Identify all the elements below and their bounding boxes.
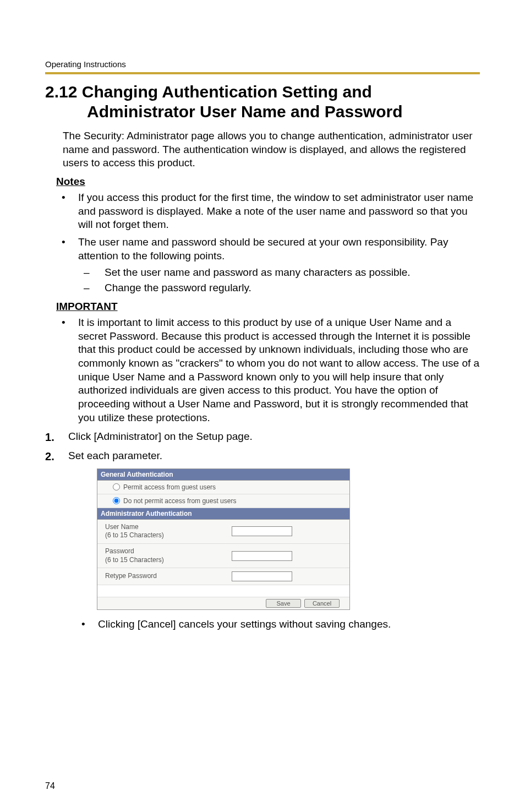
important-item: It is important to limit access to this … bbox=[56, 316, 480, 425]
password-label: Password (6 to 15 Characters) bbox=[105, 547, 232, 564]
note-item: The user name and password should be sec… bbox=[56, 236, 480, 295]
important-heading: IMPORTANT bbox=[56, 301, 480, 313]
steps-list: Click [Administrator] on the Setup page.… bbox=[45, 430, 480, 462]
username-input[interactable] bbox=[232, 526, 292, 536]
radio-deny-label: Do not permit access from guest users bbox=[123, 497, 236, 505]
important-list: It is important to limit access to this … bbox=[56, 316, 480, 425]
password-row: Password (6 to 15 Characters) bbox=[97, 544, 349, 568]
radio-permit-label: Permit access from guest users bbox=[123, 483, 216, 491]
retype-label: Retype Password bbox=[105, 572, 232, 581]
save-button[interactable]: Save bbox=[266, 599, 301, 608]
running-header: Operating Instructions bbox=[45, 59, 480, 69]
panel-gap bbox=[97, 585, 349, 597]
intro-paragraph: The Security: Administrator page allows … bbox=[63, 129, 480, 170]
retype-input[interactable] bbox=[232, 571, 292, 581]
cancel-note-item: Clicking [Cancel] cancels your settings … bbox=[76, 618, 480, 631]
radio-permit-guest[interactable]: Permit access from guest users bbox=[97, 481, 349, 494]
step-item: Click [Administrator] on the Setup page. bbox=[45, 430, 480, 444]
general-auth-header: General Authentication bbox=[97, 469, 349, 481]
sub-notes-list: Set the user name and password as many c… bbox=[78, 266, 480, 295]
title-line-1: 2.12 Changing Authentication Setting and bbox=[45, 83, 372, 101]
header-divider bbox=[45, 72, 480, 74]
sub-note-item: Set the user name and password as many c… bbox=[78, 266, 480, 280]
username-label: User Name (6 to 15 Characters) bbox=[105, 523, 232, 540]
settings-screenshot: General Authentication Permit access fro… bbox=[97, 468, 480, 610]
radio-deny-guest[interactable]: Do not permit access from guest users bbox=[97, 494, 349, 508]
section-title: 2.12 Changing Authentication Setting and… bbox=[45, 82, 480, 122]
password-input[interactable] bbox=[232, 551, 292, 561]
note-item: If you access this product for the first… bbox=[56, 191, 480, 232]
cancel-button[interactable]: Cancel bbox=[304, 599, 340, 608]
radio-permit-input[interactable] bbox=[113, 483, 120, 491]
notes-list: If you access this product for the first… bbox=[56, 191, 480, 295]
title-line-2: Administrator User Name and Password bbox=[87, 102, 480, 122]
admin-auth-header: Administrator Authentication bbox=[97, 508, 349, 520]
sub-note-item: Change the password regularly. bbox=[78, 281, 480, 295]
radio-deny-input[interactable] bbox=[113, 497, 120, 504]
cancel-note-list: Clicking [Cancel] cancels your settings … bbox=[76, 618, 480, 631]
retype-row: Retype Password bbox=[97, 568, 349, 585]
username-row: User Name (6 to 15 Characters) bbox=[97, 520, 349, 544]
step-item: Set each parameter. bbox=[45, 449, 480, 463]
note-text: The user name and password should be sec… bbox=[78, 236, 448, 261]
notes-heading: Notes bbox=[56, 176, 480, 188]
page-number: 74 bbox=[45, 781, 55, 791]
button-row: Save Cancel bbox=[97, 597, 349, 609]
